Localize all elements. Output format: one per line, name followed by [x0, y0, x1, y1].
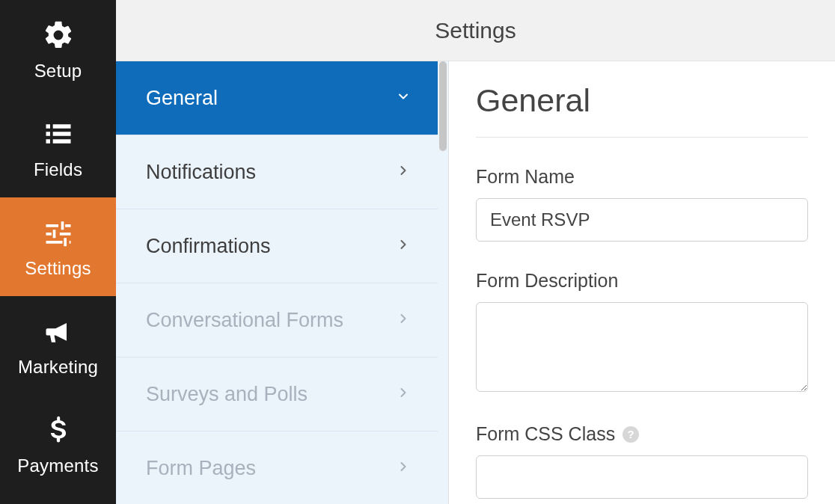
- detail-pane: General Form Name Form Description Form …: [449, 61, 835, 504]
- panel-item-notifications[interactable]: Notifications: [116, 135, 438, 209]
- field-form-description: Form Description: [476, 270, 808, 395]
- page-title: Settings: [435, 18, 516, 43]
- panel-item-label: Confirmations: [146, 235, 271, 258]
- sidebar-item-label: Payments: [17, 455, 98, 476]
- scrollbar-thumb[interactable]: [439, 61, 447, 151]
- chevron-right-icon: [396, 163, 411, 181]
- panel-item-label: Form Pages: [146, 457, 256, 480]
- panel-item-label: General: [146, 87, 218, 110]
- sidebar-item-settings[interactable]: Settings: [0, 197, 116, 296]
- form-css-label: Form CSS Class: [476, 423, 615, 445]
- panel-item-label: Conversational Forms: [146, 309, 343, 332]
- sidebar-item-setup[interactable]: Setup: [0, 0, 116, 99]
- primary-sidebar: Setup Fields Settings Marketing Payments: [0, 0, 116, 504]
- panel-item-form-pages[interactable]: Form Pages: [116, 431, 438, 504]
- form-name-label: Form Name: [476, 166, 808, 188]
- top-bar: Settings: [116, 0, 835, 61]
- scrollbar-track[interactable]: [438, 61, 448, 504]
- dollar-icon: [40, 412, 76, 448]
- chevron-right-icon: [396, 385, 411, 403]
- panel-item-conversational-forms[interactable]: Conversational Forms: [116, 283, 438, 357]
- panel-item-surveys-polls[interactable]: Surveys and Polls: [116, 357, 438, 431]
- chevron-right-icon: [396, 237, 411, 255]
- field-form-name: Form Name: [476, 166, 808, 242]
- settings-panel-scroll[interactable]: General Notifications Confirmations: [116, 61, 438, 504]
- form-description-input[interactable]: [476, 302, 808, 392]
- form-description-label: Form Description: [476, 270, 808, 292]
- panel-item-general[interactable]: General: [116, 61, 438, 135]
- sidebar-item-payments[interactable]: Payments: [0, 395, 116, 494]
- list-icon: [40, 116, 76, 152]
- settings-panel: General Notifications Confirmations: [116, 61, 449, 504]
- chevron-right-icon: [396, 311, 411, 329]
- detail-heading: General: [476, 82, 808, 138]
- panel-item-label: Notifications: [146, 161, 256, 184]
- sidebar-item-label: Settings: [25, 258, 91, 279]
- chevron-right-icon: [396, 459, 411, 477]
- sidebar-item-label: Setup: [34, 61, 82, 82]
- sidebar-item-label: Marketing: [18, 357, 98, 378]
- sidebar-item-label: Fields: [34, 159, 82, 180]
- field-form-css-class: Form CSS Class ?: [476, 423, 808, 499]
- right-pane: Settings General Notifications: [116, 0, 835, 504]
- help-icon[interactable]: ?: [623, 426, 639, 443]
- chevron-down-icon: [396, 89, 411, 107]
- sidebar-item-marketing[interactable]: Marketing: [0, 296, 116, 395]
- sliders-icon: [40, 215, 76, 251]
- workarea: General Notifications Confirmations: [116, 61, 835, 504]
- form-css-input[interactable]: [476, 455, 808, 499]
- sidebar-item-fields[interactable]: Fields: [0, 99, 116, 197]
- panel-item-label: Surveys and Polls: [146, 383, 308, 406]
- form-name-input[interactable]: [476, 198, 808, 242]
- panel-item-confirmations[interactable]: Confirmations: [116, 209, 438, 283]
- app-root: Setup Fields Settings Marketing Payments: [0, 0, 835, 504]
- gear-icon: [40, 17, 76, 53]
- megaphone-icon: [40, 313, 76, 349]
